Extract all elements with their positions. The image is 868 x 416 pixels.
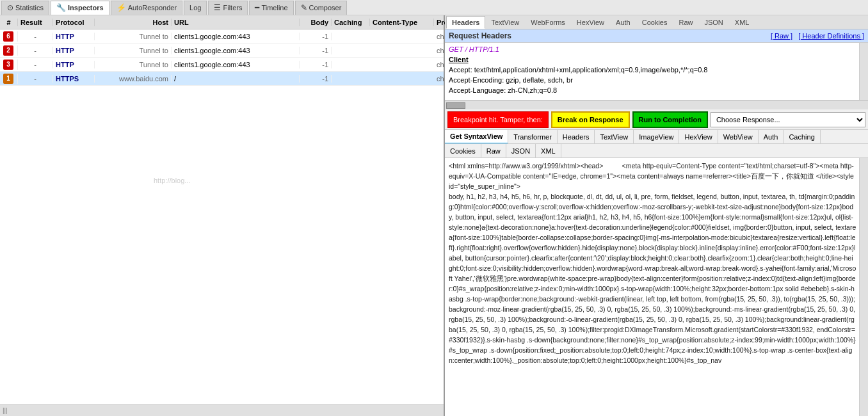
table-row[interactable]: 6 - HTTP Tunnel to clients1.google.com:4… <box>0 29 444 44</box>
left-bottom-bar: ||| <box>0 404 444 416</box>
client-section-title: Client <box>449 54 864 65</box>
row-protocol: HTTP <box>53 47 95 54</box>
tab-webforms[interactable]: WebForms <box>525 16 571 29</box>
tab-autoresponder[interactable]: ⚡ AutoResponder <box>111 1 182 15</box>
row-result: - <box>18 47 53 54</box>
composer-label: Composer <box>309 4 342 12</box>
choose-response-select[interactable]: Choose Response... <box>711 112 865 127</box>
resp-tab2-cookies[interactable]: Cookies <box>445 144 481 158</box>
row-url: clients1.google.com:443 <box>172 61 300 68</box>
definitions-link[interactable]: [ Header Definitions ] <box>798 32 864 40</box>
tab-raw[interactable]: Raw <box>673 16 698 29</box>
tab-composer[interactable]: ✎ Composer <box>295 1 348 15</box>
row-url: clients1.google.com:443 <box>172 33 300 40</box>
resp-tab-webview[interactable]: WebView <box>718 130 759 144</box>
row-body: -1 <box>300 47 332 54</box>
scroll-indicator: ||| <box>3 407 8 414</box>
row-icon-cell: 6 <box>0 31 18 42</box>
row-process: chrome... <box>434 75 444 83</box>
response-content[interactable]: <html xmlns=http://www.w3.org/1999/xhtml… <box>445 158 868 416</box>
row-url: / <box>172 75 300 83</box>
row-process: chrome... <box>434 61 444 68</box>
col-body-header: Body <box>300 19 332 26</box>
row-protocol: HTTPS <box>53 75 95 83</box>
raw-tab-label: Raw <box>679 19 693 26</box>
tab-json[interactable]: JSON <box>698 16 728 29</box>
log-label: Log <box>189 4 201 12</box>
cookies-tab-label: Cookies <box>642 19 668 26</box>
row-status-icon: 2 <box>3 45 13 56</box>
row-process: chrome... <box>434 33 444 40</box>
resp-tab-caching[interactable]: Caching <box>784 130 820 144</box>
timeline-label: Timeline <box>261 4 287 12</box>
request-headers-links: [ Raw ] [ Header Definitions ] <box>771 32 864 40</box>
headers-content: GET / HTTP/1.1 Client Accept: text/html,… <box>445 43 868 100</box>
watermark: http://blog... <box>154 170 190 187</box>
headers-tab-label: Headers <box>452 19 479 26</box>
top-toolbar: ⊙ Statistics 🔧 Inspectors ⚡ AutoResponde… <box>0 0 868 15</box>
header-accept-encoding: Accept-Encoding: gzip, deflate, sdch, br <box>449 75 864 85</box>
col-hash-header: # <box>0 19 18 26</box>
autoresponder-label: AutoResponder <box>128 4 177 12</box>
headers-scrollbar[interactable] <box>859 43 868 100</box>
row-result: - <box>18 75 53 83</box>
choose-response-container: Choose Response... <box>711 112 865 127</box>
row-result: - <box>18 61 53 68</box>
resp-tab-textview[interactable]: TextView <box>595 130 634 144</box>
row-host: Tunnel to <box>95 33 172 40</box>
resp-tab2-json[interactable]: JSON <box>506 144 536 158</box>
resp-tab-auth[interactable]: Auth <box>759 130 784 144</box>
textview-tab-label: TextView <box>491 19 519 26</box>
request-headers-section: Request Headers [ Raw ] [ Header Definit… <box>445 29 868 43</box>
tab-xml[interactable]: XML <box>729 16 755 29</box>
tab-log[interactable]: Log <box>184 1 207 15</box>
row-process: chrome... <box>434 47 444 54</box>
tab-timeline[interactable]: ━ Timeline <box>249 1 293 15</box>
tab-hexview[interactable]: HexView <box>571 16 610 29</box>
break-response-button[interactable]: Break on Response <box>551 111 630 128</box>
inspectors-icon: 🔧 <box>56 3 66 12</box>
resp-tab-headers[interactable]: Headers <box>558 130 595 144</box>
resp-tab-imageview[interactable]: ImageView <box>634 130 679 144</box>
inspector-tabs: Headers TextView WebForms HexView Auth C… <box>445 15 868 29</box>
hscroll-thumb[interactable] <box>446 102 465 109</box>
left-panel: # Result Protocol Host URL Body Caching … <box>0 15 445 416</box>
row-status-icon: 3 <box>3 60 13 70</box>
tab-textview[interactable]: TextView <box>485 16 525 29</box>
table-row[interactable]: 2 - HTTP Tunnel to clients1.google.com:4… <box>0 44 444 58</box>
tab-inspectors[interactable]: 🔧 Inspectors <box>51 1 109 15</box>
breakpoint-toolbar: Breakpoint hit. Tamper, then: Break on R… <box>445 109 868 130</box>
response-text: <html xmlns=http://www.w3.org/1999/xhtml… <box>449 161 856 365</box>
row-icon-cell: 3 <box>0 60 18 70</box>
main-container: ⊙ Statistics 🔧 Inspectors ⚡ AutoResponde… <box>0 0 868 416</box>
col-url-header: URL <box>172 19 300 26</box>
resp-tab2-raw[interactable]: Raw <box>481 144 506 158</box>
tab-headers[interactable]: Headers <box>446 16 485 29</box>
headers-hscrollbar[interactable] <box>445 100 868 109</box>
filters-label: Filters <box>223 4 242 12</box>
row-icon-cell: 1 <box>0 74 18 84</box>
row-host: Tunnel to <box>95 61 172 68</box>
tab-auth[interactable]: Auth <box>610 16 636 29</box>
resp-tab2-xml[interactable]: XML <box>536 144 561 158</box>
table-row[interactable]: 1 - HTTPS www.baidu.com / -1 chrome... <box>0 72 444 86</box>
response-tabs: Get SyntaxView Transformer Headers TextV… <box>445 130 868 144</box>
row-body: -1 <box>300 33 332 40</box>
resp-tab-hexview[interactable]: HexView <box>679 130 718 144</box>
hexview-tab-label: HexView <box>577 19 604 26</box>
table-row[interactable]: 3 - HTTP Tunnel to clients1.google.com:4… <box>0 58 444 72</box>
tamper-button[interactable]: Breakpoint hit. Tamper, then: <box>447 111 549 128</box>
tab-cookies[interactable]: Cookies <box>636 16 673 29</box>
tab-statistics[interactable]: ⊙ Statistics <box>1 1 49 15</box>
auth-tab-label: Auth <box>616 19 631 26</box>
resp-tab-syntaxview[interactable]: Get SyntaxView <box>445 130 508 144</box>
webforms-tab-label: WebForms <box>531 19 565 26</box>
inspectors-label: Inspectors <box>68 4 104 12</box>
filters-icon: ☰ <box>214 3 221 12</box>
response-scrollbar[interactable] <box>859 158 868 416</box>
resp-tab-transformer[interactable]: Transformer <box>508 130 558 144</box>
timeline-icon: ━ <box>255 3 259 12</box>
tab-filters[interactable]: ☰ Filters <box>208 1 248 15</box>
raw-link[interactable]: [ Raw ] <box>771 32 792 40</box>
run-completion-button[interactable]: Run to Completion <box>632 111 708 128</box>
